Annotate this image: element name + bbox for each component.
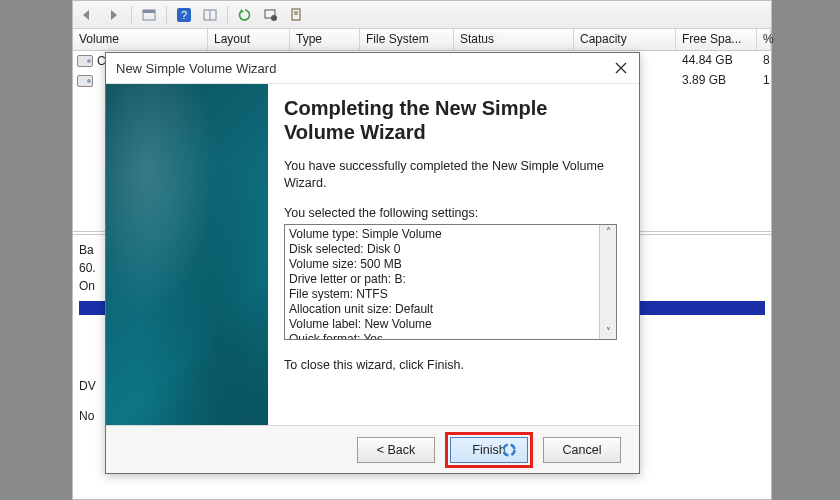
wizard-success-text: You have successfully completed the New … bbox=[284, 158, 617, 192]
toolbar-separator bbox=[131, 6, 132, 24]
scroll-up-icon[interactable]: ˄ bbox=[606, 227, 611, 237]
back-arrow-icon[interactable] bbox=[77, 5, 99, 25]
col-type[interactable]: Type bbox=[290, 29, 360, 50]
refresh-icon[interactable] bbox=[234, 5, 256, 25]
panel-icon[interactable] bbox=[199, 5, 221, 25]
col-volume[interactable]: Volume bbox=[73, 29, 208, 50]
col-percent[interactable]: % bbox=[757, 29, 771, 50]
col-filesystem[interactable]: File System bbox=[360, 29, 454, 50]
settings-listbox[interactable]: Volume type: Simple Volume Disk selected… bbox=[284, 224, 617, 340]
toolbar-separator bbox=[227, 6, 228, 24]
drive-icon bbox=[77, 55, 93, 67]
column-headers: Volume Layout Type File System Status Ca… bbox=[73, 29, 771, 51]
properties-icon[interactable] bbox=[286, 5, 308, 25]
col-freespace[interactable]: Free Spa... bbox=[676, 29, 757, 50]
wizard-sidebar-image bbox=[106, 84, 268, 425]
wizard-close-instruction: To close this wizard, click Finish. bbox=[284, 358, 617, 372]
svg-point-7 bbox=[271, 15, 277, 21]
free-space-value: 3.89 GB bbox=[676, 71, 757, 91]
col-capacity[interactable]: Capacity bbox=[574, 29, 676, 50]
scroll-down-icon[interactable]: ˅ bbox=[606, 327, 611, 337]
forward-arrow-icon[interactable] bbox=[103, 5, 125, 25]
settings-list-content: Volume type: Simple Volume Disk selected… bbox=[285, 225, 599, 339]
percent-value: 1 bbox=[757, 71, 771, 91]
cancel-button[interactable]: Cancel bbox=[543, 437, 621, 463]
free-space-value: 44.84 GB bbox=[676, 51, 757, 71]
back-button[interactable]: < Back bbox=[357, 437, 435, 463]
scrollbar[interactable]: ˄ ˅ bbox=[599, 225, 616, 339]
wizard-settings-label: You selected the following settings: bbox=[284, 206, 617, 220]
col-status[interactable]: Status bbox=[454, 29, 574, 50]
toolbar-separator bbox=[166, 6, 167, 24]
close-button[interactable] bbox=[609, 57, 633, 79]
wizard-title: New Simple Volume Wizard bbox=[116, 61, 276, 76]
finish-button-label: Finish bbox=[472, 443, 505, 457]
svg-text:?: ? bbox=[181, 9, 187, 21]
finish-button[interactable]: Finish bbox=[450, 437, 528, 463]
wizard-heading: Completing the New Simple Volume Wizard bbox=[284, 96, 617, 144]
wizard-content: Completing the New Simple Volume Wizard … bbox=[268, 84, 639, 425]
help-icon[interactable]: ? bbox=[173, 5, 195, 25]
col-layout[interactable]: Layout bbox=[208, 29, 290, 50]
scroll-thumb[interactable] bbox=[600, 237, 616, 327]
wizard-body: Completing the New Simple Volume Wizard … bbox=[106, 83, 639, 425]
svg-rect-1 bbox=[143, 10, 155, 13]
show-hide-icon[interactable] bbox=[138, 5, 160, 25]
wizard-titlebar[interactable]: New Simple Volume Wizard bbox=[106, 53, 639, 83]
settings-icon[interactable] bbox=[260, 5, 282, 25]
percent-value: 8 bbox=[757, 51, 771, 71]
drive-icon bbox=[77, 75, 93, 87]
toolbar: ? bbox=[73, 1, 771, 29]
wizard-button-row: < Back Finish Cancel bbox=[106, 425, 639, 473]
finish-highlight: Finish bbox=[445, 432, 533, 468]
new-simple-volume-wizard: New Simple Volume Wizard Completing the … bbox=[105, 52, 640, 474]
